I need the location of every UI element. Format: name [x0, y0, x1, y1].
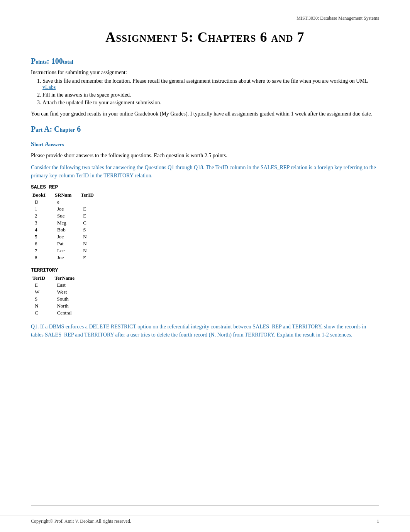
- table-row: D e: [31, 199, 102, 206]
- cell-terid: E: [79, 212, 101, 219]
- footer: Copyright© Prof. Amit V. Deokar. All rig…: [0, 515, 410, 524]
- cell-srname: e: [53, 199, 79, 206]
- territory-table: TerID TerName E East W West S South: [31, 275, 82, 316]
- table-row: 3 Meg C: [31, 219, 102, 226]
- cell-tername: North: [53, 303, 82, 309]
- gradebook-note: You can find your graded results in your…: [31, 110, 379, 118]
- territory-header-row: TerID TerName: [31, 275, 82, 282]
- short-answers-text: Short Answers: [31, 141, 64, 147]
- cell-terid: C: [79, 219, 101, 226]
- cell-bookid: 5: [31, 233, 53, 240]
- cell-tername: East: [53, 282, 82, 289]
- cell-terid: S: [79, 226, 101, 233]
- instruction-item-3: Attach the updated file to your assignme…: [42, 100, 379, 106]
- points-label: Points: 100total: [31, 57, 73, 65]
- sales-rep-table: BookI SRNam TerID D e 1 Joe E 2: [31, 192, 102, 261]
- instruction-item-2: Fill in the answers in the space provide…: [42, 92, 379, 98]
- table-row: 2 Sue E: [31, 212, 102, 219]
- table-row: S South: [31, 296, 82, 303]
- cell-bookid: 6: [31, 240, 53, 247]
- footer-divider: [31, 505, 379, 506]
- cell-bookid: 1: [31, 206, 53, 212]
- cell-srname: Pat: [53, 240, 79, 247]
- table-row: 4 Bob S: [31, 226, 102, 233]
- cell-terid: N: [79, 233, 101, 240]
- table-row: 1 Joe E: [31, 206, 102, 212]
- cell-bookid: 4: [31, 226, 53, 233]
- col-bookid: BookI: [31, 192, 53, 199]
- vlabs-link[interactable]: vLabs: [42, 84, 56, 90]
- cell-tername: South: [53, 296, 82, 303]
- instruction-1-text: Save this file and remember the location…: [42, 78, 368, 84]
- page-title: Assignment 5: Chapters 6 and 7: [31, 29, 379, 45]
- table-row: 7 Lee N: [31, 247, 102, 254]
- instruction-2-text: Fill in the answers in the space provide…: [42, 92, 131, 98]
- instruction-item-1: Save this file and remember the location…: [42, 78, 379, 90]
- cell-bookid: 8: [31, 254, 53, 261]
- q1-text: Q1. If a DBMS enforces a DELETE RESTRICT…: [31, 323, 379, 339]
- table-row: 5 Joe N: [31, 233, 102, 240]
- col-tername: TerName: [53, 275, 82, 282]
- table-row: N North: [31, 303, 82, 309]
- cell-terid: E: [79, 254, 101, 261]
- instructions-list: Save this file and remember the location…: [42, 78, 379, 106]
- cell-srname: Joe: [53, 206, 79, 212]
- cell-srname: Bob: [53, 226, 79, 233]
- course-header: MIST.3030: Database Management Systems: [31, 15, 379, 21]
- cell-bookid: D: [31, 199, 53, 206]
- cell-srname: Sue: [53, 212, 79, 219]
- footer-page-number: 1: [377, 518, 379, 524]
- sales-rep-header-row: BookI SRNam TerID: [31, 192, 102, 199]
- cell-srname: Joe: [53, 233, 79, 240]
- context-text: Consider the following two tables for an…: [31, 163, 379, 180]
- short-answers-heading: Short Answers: [31, 141, 379, 148]
- territory-section: TERRITORY TerID TerName E East W West S: [31, 267, 379, 316]
- cell-terid: [79, 199, 101, 206]
- sales-rep-section: SALES_REP BookI SRNam TerID D e 1 Joe: [31, 184, 379, 261]
- cell-terid: E: [31, 282, 53, 289]
- cell-tername: Central: [53, 309, 82, 316]
- territory-label: TERRITORY: [31, 267, 379, 273]
- sales-rep-label: SALES_REP: [31, 184, 379, 190]
- instructions-intro: Instructions for submitting your assignm…: [31, 70, 379, 76]
- cell-terid: C: [31, 309, 53, 316]
- answer-space-q1: [31, 343, 379, 420]
- cell-bookid: 3: [31, 219, 53, 226]
- instruction-3-text: Attach the updated file to your assignme…: [42, 100, 161, 105]
- col-terid: TerID: [79, 192, 101, 199]
- cell-terid: E: [79, 206, 101, 212]
- table-row: 6 Pat N: [31, 240, 102, 247]
- part-a-heading: Part A: Chapter 6: [31, 125, 379, 134]
- cell-srname: Meg: [53, 219, 79, 226]
- table-row: E East: [31, 282, 82, 289]
- table-row: 8 Joe E: [31, 254, 102, 261]
- cell-terid: N: [79, 240, 101, 247]
- points-heading: Points: 100total: [31, 57, 379, 66]
- cell-tername: West: [53, 289, 82, 296]
- cell-terid: S: [31, 296, 53, 303]
- cell-terid: N: [31, 303, 53, 309]
- page: MIST.3030: Database Management Systems A…: [0, 0, 410, 532]
- cell-srname: Lee: [53, 247, 79, 254]
- table-row: C Central: [31, 309, 82, 316]
- col-terid: TerID: [31, 275, 53, 282]
- part-a-heading-text: Part A: Chapter 6: [31, 125, 81, 133]
- table-row: W West: [31, 289, 82, 296]
- cell-bookid: 7: [31, 247, 53, 254]
- course-title: MIST.3030: Database Management Systems: [296, 15, 379, 21]
- short-answers-intro: Please provide short answers to the foll…: [31, 151, 379, 160]
- footer-copyright: Copyright© Prof. Amit V. Deokar. All rig…: [31, 518, 131, 524]
- cell-bookid: 2: [31, 212, 53, 219]
- cell-terid: W: [31, 289, 53, 296]
- cell-terid: N: [79, 247, 101, 254]
- cell-srname: Joe: [53, 254, 79, 261]
- col-srname: SRNam: [53, 192, 79, 199]
